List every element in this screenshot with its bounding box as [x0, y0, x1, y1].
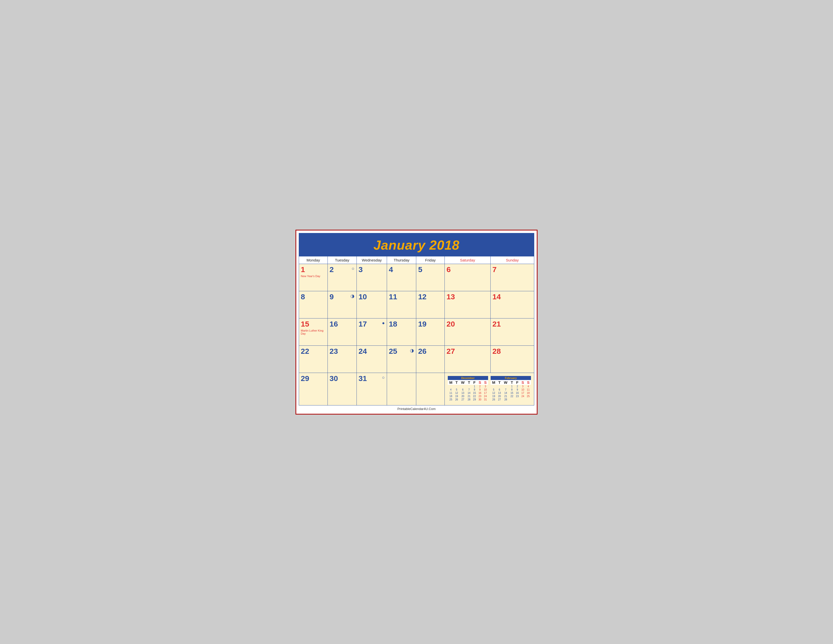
calendar-cell: 10 [357, 291, 387, 318]
moon-phase: ○ [352, 266, 354, 271]
day-number: 15 [301, 320, 309, 328]
calendar-cell: 3 [357, 264, 387, 291]
day-number: 22 [301, 347, 309, 355]
weekday-header: Sunday [490, 256, 534, 264]
calendar-cell: 22 [299, 345, 328, 373]
day-number: 14 [492, 293, 501, 301]
day-number: 23 [330, 347, 338, 355]
calendar-cell [387, 373, 416, 405]
calendar-cell: 21 [490, 318, 534, 345]
mini-cal-december: DecemberMTWTFSS1234567891011121314151617… [448, 376, 488, 402]
day-number: 7 [492, 265, 497, 274]
calendar-row: 1New Year's Day2○34567 [299, 264, 534, 291]
calendar-cell: 6 [444, 264, 490, 291]
weekday-header: Wednesday [357, 256, 387, 264]
mini-calendars-container: DecemberMTWTFSS1234567891011121314151617… [446, 374, 533, 404]
holiday-label: Martin Luther King Day [301, 329, 326, 335]
calendar-cell: 30 [328, 373, 357, 405]
calendar-body: 1New Year's Day2○3456789◑101112131415Mar… [299, 264, 534, 405]
moon-phase: ● [382, 320, 385, 326]
calendar-title: January 2018 [299, 238, 534, 253]
calendar-cell: 11 [387, 291, 416, 318]
footer-label: PrintableCalendar4U.Com [397, 407, 436, 411]
day-number: 25 [389, 347, 397, 355]
calendar-cell: 15Martin Luther King Day [299, 318, 328, 345]
calendar-cell: 25◑ [387, 345, 416, 373]
mini-cal-december-header: December [448, 376, 488, 380]
calendar-cell [416, 373, 445, 405]
calendar-cell: 31○ [357, 373, 387, 405]
calendar-cell: 28 [490, 345, 534, 373]
calendar-cell: 19 [416, 318, 445, 345]
calendar-cell: 29 [299, 373, 328, 405]
calendar-cell: 2○ [328, 264, 357, 291]
calendar-cell: 7 [490, 264, 534, 291]
calendar-cell: 24 [357, 345, 387, 373]
calendar-cell: 26 [416, 345, 445, 373]
mini-cal-february-header: February [490, 376, 531, 380]
calendar-cell: 9◑ [328, 291, 357, 318]
mini-calendars-cell: DecemberMTWTFSS1234567891011121314151617… [444, 373, 534, 405]
day-number: 16 [330, 320, 338, 328]
calendar-cell: 23 [328, 345, 357, 373]
calendar-cell: 18 [387, 318, 416, 345]
calendar-cell: 13 [444, 291, 490, 318]
moon-phase: ◑ [351, 293, 354, 299]
calendar-row: 89◑1011121314 [299, 291, 534, 318]
day-number: 11 [389, 293, 397, 301]
day-number: 3 [359, 265, 363, 274]
day-number: 30 [330, 374, 338, 383]
day-number: 1 [301, 265, 305, 274]
calendar-cell: 5 [416, 264, 445, 291]
mini-cal-february: FebruaryMTWTFSS1234567891011121314151617… [490, 376, 531, 402]
day-number: 13 [447, 293, 455, 301]
day-number: 10 [359, 293, 367, 301]
day-number: 12 [418, 293, 426, 301]
calendar-row: 22232425◑262728 [299, 345, 534, 373]
day-number: 29 [301, 374, 309, 383]
calendar-cell: 17● [357, 318, 387, 345]
weekday-header: Tuesday [328, 256, 357, 264]
calendar-row: 15Martin Luther King Day1617●18192021 [299, 318, 534, 345]
mini-cal-february-table: MTWTFSS123456789101112131415161718192021… [490, 380, 531, 401]
day-number: 2 [330, 265, 334, 274]
calendar-cell: 12 [416, 291, 445, 318]
day-number: 9 [330, 293, 334, 301]
calendar-cell: 4 [387, 264, 416, 291]
day-number: 6 [447, 265, 451, 274]
calendar-cell: 20 [444, 318, 490, 345]
day-number: 26 [418, 347, 426, 355]
mini-cal-december-table: MTWTFSS123456789101112131415161718192021… [448, 380, 488, 401]
holiday-label: New Year's Day [301, 275, 326, 278]
day-number: 31 [359, 374, 367, 383]
day-number: 28 [492, 347, 501, 355]
calendar-row: 293031○DecemberMTWTFSS123456789101112131… [299, 373, 534, 405]
calendar-cell: 14 [490, 291, 534, 318]
footer: PrintableCalendar4U.Com [299, 406, 534, 411]
day-number: 5 [418, 265, 422, 274]
moon-phase: ○ [382, 375, 385, 380]
day-number: 18 [389, 320, 397, 328]
weekday-header-row: MondayTuesdayWednesdayThursdayFridaySatu… [299, 256, 534, 264]
calendar-header: January 2018 [299, 233, 534, 256]
weekday-header: Saturday [444, 256, 490, 264]
calendar-wrapper: January 2018 MondayTuesdayWednesdayThurs… [296, 230, 537, 415]
day-number: 19 [418, 320, 426, 328]
weekday-header: Monday [299, 256, 328, 264]
day-number: 8 [301, 293, 305, 301]
day-number: 21 [492, 320, 501, 328]
calendar-table: MondayTuesdayWednesdayThursdayFridaySatu… [299, 256, 534, 406]
day-number: 27 [447, 347, 455, 355]
weekday-header: Friday [416, 256, 445, 264]
day-number: 4 [389, 265, 393, 274]
day-number: 24 [359, 347, 367, 355]
calendar-cell: 1New Year's Day [299, 264, 328, 291]
weekday-header: Thursday [387, 256, 416, 264]
calendar-cell: 8 [299, 291, 328, 318]
moon-phase: ◑ [410, 348, 414, 353]
day-number: 20 [447, 320, 455, 328]
calendar-cell: 16 [328, 318, 357, 345]
calendar-cell: 27 [444, 345, 490, 373]
day-number: 17 [359, 320, 367, 328]
